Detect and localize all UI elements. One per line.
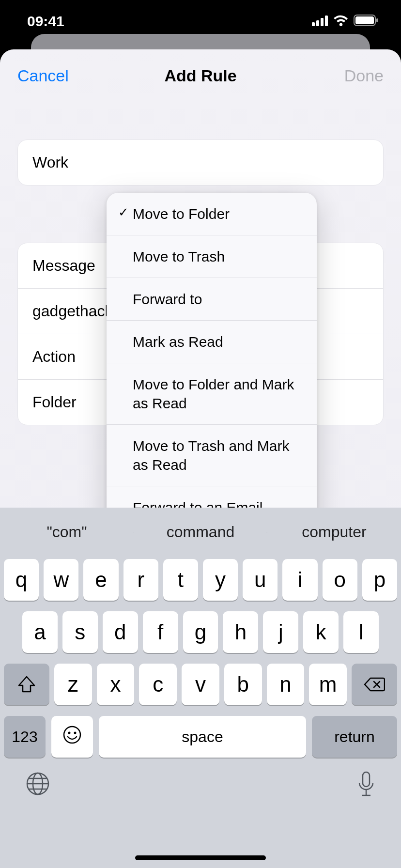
key-t[interactable]: t — [163, 559, 198, 601]
checkmark-icon: ✓ — [114, 204, 133, 221]
svg-rect-13 — [363, 772, 370, 787]
key-i[interactable]: i — [282, 559, 317, 601]
svg-rect-3 — [325, 16, 328, 26]
svg-point-8 — [68, 731, 71, 734]
key-c[interactable]: c — [139, 664, 177, 705]
done-button[interactable]: Done — [344, 66, 384, 85]
key-m[interactable]: m — [309, 664, 347, 705]
emoji-icon — [62, 725, 82, 749]
dropdown-item-forward-to[interactable]: Forward to — [107, 278, 317, 321]
key-a[interactable]: a — [22, 611, 58, 653]
key-h[interactable]: h — [223, 611, 258, 653]
shift-icon — [17, 676, 36, 693]
keyboard-row-3: z x c v b n m — [4, 664, 397, 705]
key-f[interactable]: f — [143, 611, 178, 653]
svg-point-7 — [64, 727, 80, 743]
key-p[interactable]: p — [362, 559, 397, 601]
svg-rect-6 — [376, 18, 378, 22]
key-d[interactable]: d — [103, 611, 138, 653]
key-r[interactable]: r — [123, 559, 158, 601]
key-w[interactable]: w — [44, 559, 78, 601]
key-b[interactable]: b — [224, 664, 262, 705]
dropdown-item-label: Forward to — [133, 290, 202, 309]
svg-rect-5 — [355, 16, 374, 24]
dropdown-item-label: Move to Folder and Mark as Read — [133, 375, 306, 413]
svg-rect-1 — [316, 20, 319, 26]
key-o[interactable]: o — [323, 559, 357, 601]
key-q[interactable]: q — [4, 559, 39, 601]
emoji-key[interactable] — [51, 716, 93, 758]
svg-point-9 — [74, 731, 77, 734]
status-time: 09:41 — [27, 13, 64, 30]
key-u[interactable]: u — [243, 559, 278, 601]
prediction-option[interactable]: command — [134, 523, 267, 541]
key-l[interactable]: l — [343, 611, 379, 653]
key-k[interactable]: k — [303, 611, 339, 653]
delete-key[interactable] — [352, 664, 397, 705]
globe-icon[interactable] — [25, 771, 50, 798]
numbers-key[interactable]: 123 — [4, 716, 46, 758]
keyboard-row-4: 123 space return — [0, 716, 401, 762]
dropdown-item-move-to-trash[interactable]: Move to Trash — [107, 235, 317, 278]
return-key[interactable]: return — [312, 716, 397, 758]
home-indicator[interactable] — [135, 855, 266, 860]
key-e[interactable]: e — [83, 559, 118, 601]
modal-nav: Cancel Add Rule Done — [0, 49, 401, 102]
dropdown-item-move-trash-mark-read[interactable]: Move to Trash and Mark as Read — [107, 425, 317, 486]
dropdown-item-label: Mark as Read — [133, 332, 223, 351]
dictation-icon[interactable] — [356, 771, 376, 800]
dropdown-item-move-folder-mark-read[interactable]: Move to Folder and Mark as Read — [107, 363, 317, 425]
battery-icon — [354, 13, 379, 30]
add-rule-modal: Cancel Add Rule Done Work Message gadget… — [0, 49, 401, 868]
key-j[interactable]: j — [263, 611, 298, 653]
dropdown-item-label: Move to Trash and Mark as Read — [133, 436, 306, 474]
key-g[interactable]: g — [183, 611, 218, 653]
delete-icon — [364, 677, 385, 692]
prediction-bar: "com" command computer — [0, 508, 401, 556]
space-key[interactable]: space — [99, 716, 306, 758]
keyboard-row-1: q w e r t y u i o p — [4, 559, 397, 601]
dropdown-item-label: Move to Folder — [133, 204, 230, 223]
svg-rect-0 — [312, 22, 315, 26]
status-indicators — [312, 13, 379, 30]
key-z[interactable]: z — [54, 664, 92, 705]
wifi-icon — [333, 13, 349, 30]
key-y[interactable]: y — [203, 559, 238, 601]
prediction-option[interactable]: "com" — [0, 523, 134, 541]
key-s[interactable]: s — [62, 611, 98, 653]
rule-name-input[interactable]: Work — [17, 140, 384, 186]
cancel-button[interactable]: Cancel — [17, 66, 69, 85]
cellular-icon — [312, 13, 328, 30]
key-x[interactable]: x — [97, 664, 135, 705]
dropdown-item-label: Move to Trash — [133, 247, 225, 266]
prediction-option[interactable]: computer — [267, 523, 401, 541]
keyboard: "com" command computer q w e r t y u i o… — [0, 508, 401, 868]
svg-rect-2 — [321, 18, 324, 26]
keyboard-row-2: a s d f g h j k l — [4, 611, 397, 653]
key-v[interactable]: v — [182, 664, 219, 705]
dropdown-item-mark-as-read[interactable]: Mark as Read — [107, 321, 317, 363]
dropdown-item-move-to-folder[interactable]: ✓ Move to Folder — [107, 193, 317, 235]
shift-key[interactable] — [4, 664, 49, 705]
key-n[interactable]: n — [267, 664, 305, 705]
